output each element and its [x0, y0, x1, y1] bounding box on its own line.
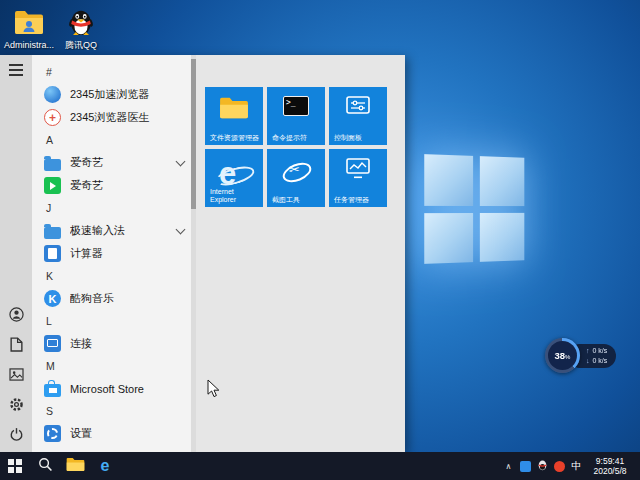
kugou-music-icon	[44, 290, 61, 307]
tile-task-manager[interactable]: 任务管理器	[329, 149, 387, 207]
tray-security-app[interactable]	[551, 452, 568, 480]
start-app-list: # 2345加速浏览器 2345浏览器医生 A 爱奇艺 爱奇艺 J	[32, 55, 196, 452]
pictures-icon	[9, 368, 24, 383]
settings-gear-icon	[44, 425, 61, 442]
app-list-header-s[interactable]: S	[32, 400, 196, 422]
screen: Administra... 腾讯QQ	[0, 0, 640, 480]
tile-command-prompt[interactable]: 命令提示符	[267, 87, 325, 145]
ime-indicator[interactable]: 中	[568, 452, 585, 480]
speed-readout: ↑ 0 k/s ↓ 0 k/s	[575, 344, 616, 368]
internet-explorer-icon: e	[205, 158, 263, 192]
desktop-icon-label: 腾讯QQ	[55, 40, 107, 50]
search-button[interactable]	[30, 452, 60, 480]
rail-bottom-group	[0, 300, 32, 450]
scrollbar-thumb[interactable]	[191, 59, 196, 209]
qq-penguin-icon	[537, 457, 548, 475]
app-list-header-a[interactable]: A	[32, 129, 196, 151]
power-icon	[9, 427, 24, 444]
app-item-settings[interactable]: 设置	[32, 422, 196, 445]
browser-doctor-icon	[44, 109, 61, 126]
tile-file-explorer[interactable]: 文件资源管理器	[205, 87, 263, 145]
network-speed-widget[interactable]: 38% ↑ 0 k/s ↓ 0 k/s	[545, 338, 616, 373]
app-item-2345-browser[interactable]: 2345加速浏览器	[32, 83, 196, 106]
microsoft-store-icon	[44, 384, 61, 397]
app-item-calculator[interactable]: 计算器	[32, 242, 196, 265]
chevron-down-icon	[176, 224, 186, 234]
app-item-connect[interactable]: 连接	[32, 332, 196, 355]
settings-button[interactable]	[0, 390, 32, 420]
user-avatar-icon	[9, 307, 24, 324]
app-list-header-j[interactable]: J	[32, 197, 196, 219]
tile-internet-explorer[interactable]: e Internet Explorer	[205, 149, 263, 207]
settings-gear-icon	[9, 397, 24, 414]
app-item-kugou-music[interactable]: 酷狗音乐	[32, 287, 196, 310]
app-group-iqiyi[interactable]: 爱奇艺	[32, 151, 196, 174]
speed-ball[interactable]: 38%	[545, 338, 580, 373]
2345-browser-icon	[44, 86, 61, 103]
file-explorer-folder-icon	[205, 96, 263, 120]
clock-date: 2020/5/8	[585, 466, 635, 476]
taskbar: e ∧ 中	[0, 452, 640, 480]
upload-speed: ↑ 0 k/s	[586, 347, 607, 355]
documents-icon	[10, 337, 23, 354]
start-button[interactable]	[0, 452, 30, 480]
taskbar-browser-button[interactable]: e	[90, 452, 120, 480]
search-icon	[38, 457, 53, 476]
taskbar-clock[interactable]: 9:59:41 2020/5/8	[585, 456, 635, 476]
memory-percent: 38%	[548, 341, 577, 370]
hamburger-menu-icon	[9, 64, 23, 76]
tile-control-panel[interactable]: 控制面板	[329, 87, 387, 145]
command-prompt-icon	[267, 96, 325, 116]
blue-app-tray-icon	[520, 461, 531, 472]
app-list-header-m[interactable]: M	[32, 355, 196, 377]
clock-time: 9:59:41	[585, 456, 635, 466]
download-speed: ↓ 0 k/s	[586, 357, 607, 365]
app-list-header-hash[interactable]: #	[32, 61, 196, 83]
windows-logo-icon	[8, 459, 22, 473]
task-manager-icon	[329, 158, 387, 179]
pictures-button[interactable]	[0, 360, 32, 390]
desktop-icon-qq[interactable]: 腾讯QQ	[55, 6, 107, 50]
tray-2345-app[interactable]	[517, 452, 534, 480]
browser-e-icon: e	[101, 458, 110, 474]
system-tray: ∧ 中 9:59:41	[500, 452, 640, 480]
user-folder-icon	[13, 6, 45, 38]
app-folder-icon	[44, 227, 61, 239]
calculator-icon	[44, 245, 61, 262]
tile-snipping-tool[interactable]: ✂ 截图工具	[267, 149, 325, 207]
qq-penguin-icon	[65, 6, 97, 38]
control-panel-icon	[329, 96, 387, 114]
app-item-iqiyi[interactable]: 爱奇艺	[32, 174, 196, 197]
hidden-icons-button[interactable]: ∧	[500, 452, 517, 480]
iqiyi-icon	[44, 177, 61, 194]
start-menu: # 2345加速浏览器 2345浏览器医生 A 爱奇艺 爱奇艺 J	[0, 55, 405, 452]
app-item-microsoft-store[interactable]: Microsoft Store	[32, 377, 196, 400]
power-button[interactable]	[0, 420, 32, 450]
app-list-header-l[interactable]: L	[32, 310, 196, 332]
user-account-button[interactable]	[0, 300, 32, 330]
snipping-tool-icon: ✂	[267, 158, 325, 184]
taskbar-file-explorer-button[interactable]	[60, 452, 90, 480]
app-list-header-k[interactable]: K	[32, 265, 196, 287]
connect-icon	[44, 335, 61, 352]
windows-logo-wallpaper	[424, 154, 524, 264]
tray-qq[interactable]	[534, 452, 551, 480]
documents-button[interactable]	[0, 330, 32, 360]
start-tiles-panel: 文件资源管理器 命令提示符 控制面板	[196, 55, 405, 452]
desktop-icon-label: Administra...	[3, 40, 55, 50]
file-explorer-folder-icon	[66, 457, 85, 476]
down-arrow-icon: ↓	[586, 357, 590, 365]
expand-menu-button[interactable]	[0, 55, 32, 85]
chevron-down-icon	[176, 156, 186, 166]
app-group-jisu-ime[interactable]: 极速输入法	[32, 219, 196, 242]
start-menu-rail	[0, 55, 32, 452]
red-app-tray-icon	[554, 461, 565, 472]
app-item-2345-doctor[interactable]: 2345浏览器医生	[32, 106, 196, 129]
chevron-up-icon: ∧	[506, 462, 512, 471]
app-list-scrollbar[interactable]	[191, 55, 196, 452]
app-folder-icon	[44, 159, 61, 171]
up-arrow-icon: ↑	[586, 347, 590, 355]
desktop-icon-administrator[interactable]: Administra...	[3, 6, 55, 50]
